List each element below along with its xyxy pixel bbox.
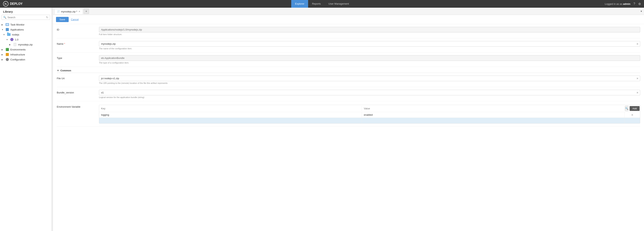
- expand-icon: ▶: [2, 58, 4, 61]
- add-env-button[interactable]: Add: [630, 106, 640, 111]
- expand-icon: ▼: [2, 28, 4, 31]
- tab-bar: 📄 mynodejs.zip * ✕ + ▼: [53, 8, 644, 15]
- section-toggle[interactable]: ▼: [57, 69, 59, 72]
- tab-label: mynodejs.zip *: [61, 10, 77, 13]
- sidebar: Library 🔍 ↻ ▶ Task Monitor ▼ Applicati: [0, 8, 52, 231]
- file-uri-clear-button[interactable]: ✕: [636, 77, 639, 80]
- env-input-row: 🔍 Add: [99, 105, 640, 112]
- field-bundle-version-input[interactable]: [99, 90, 640, 95]
- nav-right: Logged in as as admin ? ⚙: [605, 2, 641, 6]
- field-type-label: Type: [57, 55, 95, 60]
- field-bundle-version-label: Bundle_version: [57, 90, 95, 94]
- expand-icon: ▶: [9, 44, 12, 46]
- bundle-version-clear-button[interactable]: ✕: [636, 91, 639, 94]
- field-bundle-version-container: ✕ Logical version for the application bu…: [99, 90, 640, 98]
- field-type-container: The type of a configuration item.: [99, 55, 640, 64]
- field-id-container: Full item folder structure.: [99, 27, 640, 36]
- env-empty-action: [625, 120, 640, 122]
- field-id-input: [99, 27, 640, 32]
- env-value-input[interactable]: [362, 106, 625, 111]
- field-name-label: Name *: [57, 41, 95, 45]
- field-name-hint: The name of the configuration item.: [99, 48, 640, 50]
- search-bar: 🔍 ↻: [2, 15, 50, 20]
- top-navigation: XL DEPLOY Explorer Reports User Manageme…: [0, 0, 644, 8]
- configuration-icon: [5, 58, 9, 61]
- field-env-var-container: 🔍 Add logging enabled ✕: [99, 104, 640, 124]
- sidebar-item-label: Configuration: [10, 58, 50, 61]
- logged-in-text: Logged in as as admin: [605, 2, 630, 5]
- field-id-row: ID Full item folder structure.: [57, 24, 640, 38]
- field-name-container: ✕ The name of the configuration item.: [99, 41, 640, 50]
- sidebar-item-label: Environments: [10, 48, 50, 51]
- search-icon: 🔍: [625, 107, 628, 110]
- save-button[interactable]: Save: [56, 17, 69, 22]
- bundle-version-input-wrapper: ✕: [99, 90, 640, 95]
- sidebar-item-mynodejs[interactable]: ▶ mynodejs.zip: [0, 42, 52, 47]
- env-key-input[interactable]: [99, 106, 362, 111]
- field-type-hint: The type of a configuration item.: [99, 62, 640, 64]
- tab-explorer[interactable]: Explorer: [291, 0, 308, 8]
- file-icon: [13, 43, 17, 46]
- cancel-button[interactable]: Cancel: [71, 18, 79, 21]
- nav-tabs: Explorer Reports User Management: [291, 0, 353, 8]
- field-file-uri-row: File Uri ✕ The URI pointing to the (remo…: [57, 73, 640, 87]
- env-row-key: logging: [99, 112, 362, 118]
- tab-user-management[interactable]: User Management: [325, 0, 353, 8]
- expand-icon: ▶: [2, 48, 4, 51]
- main-content: 📄 mynodejs.zip * ✕ + ▼ Save Cancel ID: [53, 8, 644, 231]
- sidebar-item-environments[interactable]: ▶ Environments: [0, 47, 52, 52]
- env-selected-row[interactable]: [99, 118, 640, 123]
- tab-file-icon: 📄: [57, 10, 60, 13]
- sidebar-item-nodejs[interactable]: ▼ nodejs: [0, 32, 52, 37]
- sidebar-title: Library: [0, 8, 52, 15]
- logo-icon: XL: [3, 1, 8, 6]
- sidebar-item-applications[interactable]: ▼ Applications: [0, 27, 52, 32]
- expand-icon: ▼: [6, 38, 9, 41]
- env-empty-value: [362, 118, 625, 123]
- help-icon[interactable]: ?: [634, 2, 635, 6]
- tab-reports[interactable]: Reports: [308, 0, 325, 8]
- env-row-value: enabled: [362, 112, 625, 118]
- field-name-input[interactable]: [99, 41, 640, 46]
- sidebar-item-label: Task Monitor: [10, 23, 50, 26]
- field-id-hint: Full item folder structure.: [99, 33, 640, 36]
- section-label: Common: [60, 69, 71, 72]
- tab-expand-button[interactable]: ▼: [640, 10, 642, 13]
- applications-icon: [5, 28, 9, 31]
- sidebar-item-label: mynodejs.zip: [18, 43, 50, 46]
- file-uri-input-wrapper: ✕: [99, 76, 640, 81]
- monitor-icon: [5, 23, 9, 26]
- sidebar-item-label: Applications: [10, 28, 50, 31]
- env-delete-button[interactable]: ✕: [631, 114, 634, 116]
- required-indicator: *: [64, 42, 65, 45]
- form-body: ID Full item folder structure. Name *: [53, 24, 644, 126]
- expand-icon: ▶: [2, 54, 4, 56]
- folder-icon: [7, 33, 11, 36]
- field-file-uri-label: File Uri: [57, 76, 95, 80]
- tab-mynodejs[interactable]: 📄 mynodejs.zip * ✕: [54, 9, 83, 14]
- env-variable-table: 🔍 Add logging enabled ✕: [99, 105, 640, 124]
- settings-icon[interactable]: ⚙: [638, 2, 641, 6]
- tab-close-button[interactable]: ✕: [78, 10, 80, 13]
- name-clear-button[interactable]: ✕: [636, 42, 639, 46]
- sidebar-item-label: nodejs: [12, 33, 50, 36]
- field-id-label: ID: [57, 27, 95, 31]
- name-input-wrapper: ✕: [99, 41, 640, 46]
- infrastructure-icon: [5, 53, 9, 56]
- field-file-uri-input[interactable]: [99, 76, 640, 81]
- sidebar-item-version[interactable]: ▼ 1.0: [0, 37, 52, 42]
- sidebar-item-infrastructure[interactable]: ▶ Infrastructure: [0, 52, 52, 57]
- section-common-header: ▼ Common: [57, 67, 640, 73]
- sidebar-item-task-monitor[interactable]: ▶ Task Monitor: [0, 22, 52, 27]
- field-bundle-version-hint: Logical version for the application bund…: [99, 96, 640, 98]
- field-bundle-version-row: Bundle_version ✕ Logical version for the…: [57, 87, 640, 101]
- expand-icon: ▼: [3, 34, 6, 36]
- search-env-button[interactable]: 🔍: [625, 106, 628, 111]
- refresh-icon[interactable]: ↻: [46, 16, 48, 19]
- sidebar-item-configuration[interactable]: ▶ Configuration: [0, 57, 52, 62]
- field-env-var-label: Environment Variable: [57, 104, 95, 108]
- app-title: DEPLOY: [10, 2, 23, 6]
- env-empty-key: [99, 118, 362, 123]
- tab-add-button[interactable]: +: [84, 9, 89, 14]
- search-input[interactable]: [8, 16, 45, 19]
